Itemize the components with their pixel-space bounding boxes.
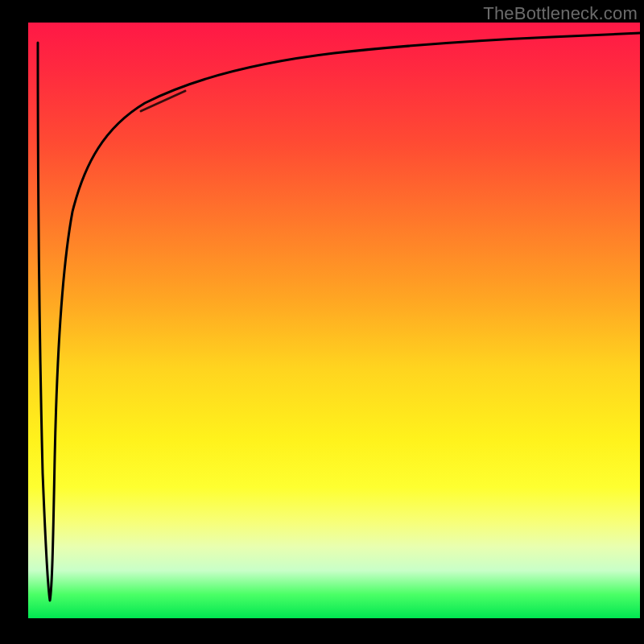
- chart-stage: TheBottleneck.com: [0, 0, 644, 644]
- bottleneck-curve-svg: [28, 23, 640, 618]
- attribution-text: TheBottleneck.com: [483, 3, 638, 24]
- bottleneck-curve-path: [38, 33, 640, 601]
